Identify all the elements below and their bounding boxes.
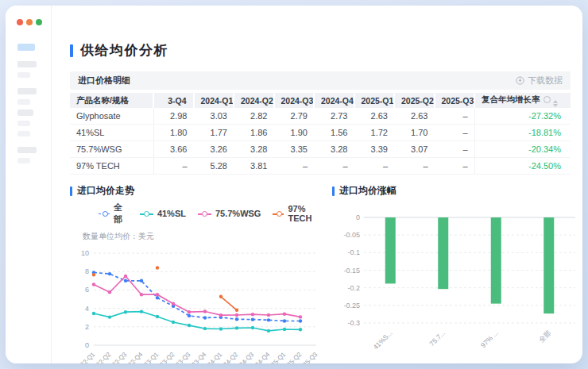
series-41%SL <box>92 309 302 332</box>
cagr-cell: -20.34% <box>474 141 571 158</box>
x-axis-labels: 2022-Q12022-Q22022-Q32022-Q42023-Q12023-… <box>74 351 319 363</box>
window-controls <box>17 19 42 25</box>
bar <box>544 217 554 313</box>
svg-text:8: 8 <box>85 267 89 275</box>
column-header: 2025-Q3 <box>435 93 475 108</box>
price-cell: 2.73 <box>314 108 354 125</box>
main-content: 供给均价分析 进口价格明细 下载数据 产品名称/规格3-Q42024-Q1202… <box>52 6 582 363</box>
line-chart-unit-label: 数量单位均价：美元 <box>83 231 324 242</box>
column-header[interactable]: 复合年均增长率 <box>474 93 571 108</box>
app-window: 供给均价分析 进口价格明细 下载数据 产品名称/规格3-Q42024-Q1202… <box>6 6 582 363</box>
line-chart-plot: 02468102022-Q12022-Q22022-Q32022-Q42023-… <box>70 242 324 363</box>
price-cell: – <box>435 141 475 158</box>
price-cell: – <box>354 158 395 175</box>
price-cell: 2.63 <box>394 108 435 125</box>
download-data-button[interactable]: 下载数据 <box>516 75 563 86</box>
legend-item[interactable]: 全部 <box>99 202 128 225</box>
svg-text:2022-Q1: 2022-Q1 <box>74 351 97 363</box>
bar-chart-panel: 进口均价涨幅 0-0.05-0.1-0.15-0.2-0.25-0.341%S.… <box>324 184 582 363</box>
svg-text:97% ...: 97% ... <box>479 329 500 348</box>
price-cell: – <box>435 158 475 175</box>
svg-text:-0.05: -0.05 <box>343 231 360 239</box>
column-header: 3-Q4 <box>153 93 194 108</box>
price-cell: 1.72 <box>354 125 395 141</box>
svg-text:10: 10 <box>81 249 89 257</box>
price-cell: 3.26 <box>194 141 234 158</box>
svg-text:-0.1: -0.1 <box>347 248 360 256</box>
svg-text:-0.15: -0.15 <box>343 267 360 275</box>
price-cell: 1.56 <box>314 125 354 141</box>
bar <box>438 217 448 289</box>
svg-text:75.7...: 75.7... <box>427 329 447 348</box>
legend-label: 75.7%WSG <box>215 209 261 218</box>
svg-text:0: 0 <box>85 341 89 349</box>
product-name-cell: Glyphosate <box>70 108 153 125</box>
table-section-title: 进口价格明细 <box>78 75 130 86</box>
price-cell: – <box>153 158 194 175</box>
price-cell: 3.28 <box>314 141 354 158</box>
line-chart-header: 进口均价走势 <box>70 184 324 198</box>
sidebar-skeleton-item <box>17 147 37 153</box>
sidebar-skeleton-item <box>17 61 37 67</box>
bar-chart-plot: 0-0.05-0.1-0.15-0.2-0.25-0.341%S...75.7.… <box>332 207 582 348</box>
price-cell: 3.28 <box>234 141 274 158</box>
table-row: 75.7%WSG3.663.263.283.353.283.393.07–-20… <box>70 141 571 158</box>
price-cell: 3.07 <box>394 141 435 158</box>
legend-label: 97% TECH <box>288 204 324 223</box>
price-cell: 3.81 <box>234 158 274 175</box>
product-name-cell: 41%SL <box>70 125 153 141</box>
column-header: 2024-Q3 <box>274 93 315 108</box>
table-body: Glyphosate2.983.032.822.792.732.632.63–-… <box>70 108 571 175</box>
table-row: 97% TECH–5.283.81–––––-24.50% <box>70 158 571 175</box>
price-cell: 5.28 <box>194 158 234 175</box>
product-name-cell: 75.7%WSG <box>70 141 153 158</box>
legend-item[interactable]: 97% TECH <box>273 204 324 223</box>
info-icon[interactable] <box>544 96 551 103</box>
bar-chart-title: 进口均价涨幅 <box>339 184 397 198</box>
table-card-header: 进口价格明细 下载数据 <box>70 71 571 90</box>
chart-legend: 全部41%SL75.7%WSG97% TECH <box>99 202 324 225</box>
legend-item[interactable]: 41%SL <box>140 209 186 218</box>
bar-chart-header: 进口均价涨幅 <box>332 184 582 198</box>
table-row: Glyphosate2.983.032.822.792.732.632.63–-… <box>70 108 571 125</box>
column-header: 2024-Q4 <box>314 93 354 108</box>
close-button[interactable] <box>17 19 23 25</box>
sidebar-skeleton-item <box>17 131 30 136</box>
cagr-cell: -27.32% <box>474 108 571 125</box>
price-cell: 1.77 <box>194 125 234 141</box>
svg-text:-0.3: -0.3 <box>347 319 360 327</box>
svg-text:41%S...: 41%S... <box>372 329 394 348</box>
line-chart-title: 进口均价走势 <box>77 184 134 198</box>
legend-marker <box>273 212 284 216</box>
price-cell: – <box>274 158 315 175</box>
sidebar-skeleton-item <box>17 121 30 126</box>
legend-item[interactable]: 75.7%WSG <box>198 209 261 218</box>
column-header: 2025-Q2 <box>394 93 435 108</box>
page-header: 供给均价分析 <box>70 41 571 60</box>
table-header-row: 产品名称/规格3-Q42024-Q12024-Q22024-Q32024-Q42… <box>70 93 571 108</box>
bar <box>491 217 501 304</box>
price-cell: 1.70 <box>394 125 435 141</box>
cagr-cell: -24.50% <box>474 158 571 175</box>
sidebar-skeleton-item <box>17 158 30 163</box>
sidebar-skeleton-item <box>17 99 30 105</box>
grid-lines: 0246810 <box>81 249 316 349</box>
line-chart-panel: 进口均价走势 全部41%SL75.7%WSG97% TECH 数量单位均价：美元… <box>70 184 324 363</box>
column-header: 2024-Q2 <box>234 93 274 108</box>
price-cell: 3.35 <box>274 141 315 158</box>
column-header: 产品名称/规格 <box>70 93 153 108</box>
maximize-button[interactable] <box>36 19 42 25</box>
series-97% TECH <box>92 266 238 312</box>
svg-text:2: 2 <box>85 323 89 331</box>
grid-lines: 0-0.05-0.1-0.15-0.2-0.25-0.3 <box>343 213 575 327</box>
line-chart-accent-bar <box>70 186 72 196</box>
table-row: 41%SL1.801.771.861.901.561.721.70–-18.81… <box>70 125 571 141</box>
svg-text:0: 0 <box>356 213 360 221</box>
cagr-cell: -18.81% <box>474 125 571 141</box>
sidebar-skeleton-item <box>17 88 37 94</box>
legend-marker <box>140 212 153 216</box>
minimize-button[interactable] <box>26 19 33 25</box>
sort-icon[interactable] <box>553 100 558 107</box>
sidebar-skeleton-item <box>17 110 33 116</box>
column-header: 2025-Q1 <box>354 93 395 108</box>
